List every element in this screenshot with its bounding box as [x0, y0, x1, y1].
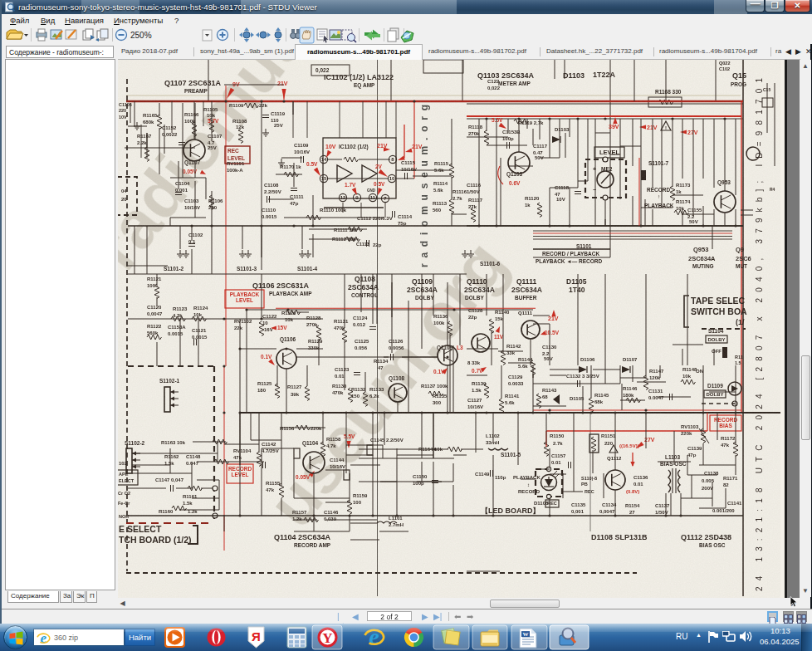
svg-text:e: e	[369, 624, 379, 649]
svg-text:W: W	[523, 631, 529, 638]
svg-text:Y: Y	[322, 630, 332, 646]
svg-text:Я: Я	[252, 629, 261, 644]
